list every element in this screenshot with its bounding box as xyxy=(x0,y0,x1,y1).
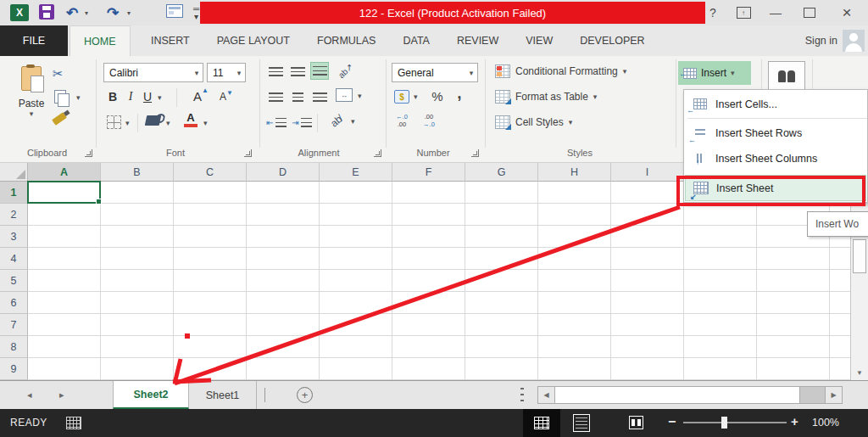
merge-center-icon[interactable]: ↔ xyxy=(336,88,353,102)
clipboard-dialog-launcher-icon[interactable] xyxy=(85,149,92,157)
cut-icon[interactable]: ✂ xyxy=(53,66,64,81)
paste-button[interactable]: Paste ▾ xyxy=(12,63,51,141)
scrollbar-grip-icon[interactable] xyxy=(520,388,524,403)
borders-icon[interactable] xyxy=(107,115,121,129)
column-header-f[interactable]: F xyxy=(392,163,465,182)
bottom-align-button[interactable] xyxy=(310,62,329,80)
font-size-combo[interactable]: 11 ▾ xyxy=(207,63,246,82)
tab-developer[interactable]: DEVELOPER xyxy=(566,25,658,56)
italic-button[interactable]: I xyxy=(124,88,137,105)
menu-item-insert-sheet-columns[interactable]: ↑ Insert Sheet Columns xyxy=(685,146,866,171)
grid-cells[interactable] xyxy=(28,182,850,380)
percent-style-button[interactable]: % xyxy=(429,87,446,104)
column-header-i[interactable]: I xyxy=(611,163,684,182)
copy-dropdown-icon[interactable]: ▾ xyxy=(76,93,81,102)
column-header-e[interactable]: E xyxy=(320,163,392,182)
tab-formulas[interactable]: FORMULAS xyxy=(303,25,389,56)
find-select-button[interactable] xyxy=(768,61,805,92)
menu-item-insert-sheet[interactable]: ↙ Insert Sheet xyxy=(685,175,866,201)
tab-page-layout[interactable]: PAGE LAYOUT xyxy=(203,25,303,56)
tab-home[interactable]: HOME xyxy=(70,25,131,57)
sheet-tab-sheet2[interactable]: Sheet2 xyxy=(113,381,189,409)
accounting-dropdown-icon[interactable]: ▾ xyxy=(414,92,418,101)
maximize-icon[interactable] xyxy=(798,3,821,23)
close-icon[interactable]: × xyxy=(836,3,858,23)
borders-dropdown-icon[interactable]: ▾ xyxy=(125,119,130,127)
format-painter-icon[interactable] xyxy=(52,112,67,126)
font-name-dropdown-icon[interactable]: ▾ xyxy=(191,69,203,77)
column-header-a[interactable]: A xyxy=(28,163,101,182)
decrease-indent-button[interactable]: ⇤ xyxy=(266,114,287,131)
tab-view[interactable]: VIEW xyxy=(512,25,566,56)
macro-record-icon[interactable] xyxy=(66,417,81,429)
touch-mode-icon[interactable] xyxy=(166,4,183,18)
column-header-b[interactable]: B xyxy=(101,163,174,182)
orientation-button[interactable]: ab↗ xyxy=(336,61,356,80)
menu-item-insert-cells[interactable]: ← Insert Cells... xyxy=(685,92,866,116)
save-icon[interactable] xyxy=(39,4,54,20)
scroll-down-icon[interactable]: ▼ xyxy=(853,366,866,379)
zoom-in-button[interactable]: + xyxy=(791,414,798,429)
align-center-button[interactable] xyxy=(288,88,307,105)
tab-data[interactable]: DATA xyxy=(389,25,442,56)
number-format-combo[interactable]: General ▾ xyxy=(392,63,478,82)
row-header-2[interactable]: 2 xyxy=(0,204,28,226)
sheet-nav-left-icon[interactable]: ◂ xyxy=(27,389,32,401)
wrap-text-button[interactable]: ab̸ xyxy=(326,112,348,131)
middle-align-button[interactable] xyxy=(288,63,307,80)
format-as-table-button[interactable]: Format as Table ▾ xyxy=(495,90,597,104)
font-color-button[interactable]: A xyxy=(183,112,198,127)
font-color-dropdown-icon[interactable]: ▾ xyxy=(203,119,208,127)
underline-dropdown-icon[interactable]: ▾ xyxy=(158,93,162,102)
number-format-dropdown-icon[interactable]: ▾ xyxy=(465,69,477,77)
select-all-corner[interactable] xyxy=(0,163,28,182)
customize-qat-icon[interactable]: ═▾ xyxy=(193,4,199,21)
page-layout-view-button[interactable] xyxy=(573,414,590,431)
row-header-8[interactable]: 8 xyxy=(0,336,28,358)
column-header-h[interactable]: H xyxy=(538,163,611,182)
row-header-4[interactable]: 4 xyxy=(0,248,28,270)
row-header-5[interactable]: 5 xyxy=(0,270,28,292)
align-left-button[interactable] xyxy=(266,88,285,105)
zoom-out-button[interactable]: − xyxy=(668,414,676,429)
undo-dropdown-icon[interactable]: ▾ xyxy=(85,4,88,21)
tab-file[interactable]: FILE xyxy=(0,25,68,56)
row-header-7[interactable]: 7 xyxy=(0,314,28,336)
increase-decimal-button[interactable]: ←.0.00 xyxy=(392,113,412,128)
tab-review[interactable]: REVIEW xyxy=(443,25,512,56)
scroll-right-icon[interactable]: ▶ xyxy=(825,387,842,403)
alignment-dialog-launcher-icon[interactable] xyxy=(374,149,381,157)
row-header-1[interactable]: 1 xyxy=(0,182,28,204)
merge-center-dropdown-icon[interactable]: ▾ xyxy=(358,92,362,100)
redo-icon[interactable]: ↷ xyxy=(107,4,119,21)
font-name-combo[interactable]: Calibri ▾ xyxy=(103,63,203,82)
copy-icon[interactable] xyxy=(54,90,66,104)
zoom-slider-track[interactable] xyxy=(683,422,787,423)
cell-styles-button[interactable]: Cell Styles ▾ xyxy=(495,115,572,129)
wrap-text-dropdown-icon[interactable]: ▾ xyxy=(351,117,355,126)
menu-item-insert-sheet-rows[interactable]: ← Insert Sheet Rows xyxy=(685,120,866,145)
top-align-button[interactable] xyxy=(266,63,285,80)
font-size-dropdown-icon[interactable]: ▾ xyxy=(233,69,245,77)
increase-indent-button[interactable]: ⇥ xyxy=(292,114,312,131)
underline-button[interactable]: U xyxy=(141,88,154,105)
selected-cell-a1[interactable] xyxy=(27,181,101,204)
ribbon-display-icon[interactable]: ↑ xyxy=(732,3,754,23)
sign-in-link[interactable]: Sign in xyxy=(805,25,837,56)
horizontal-scrollbar[interactable]: ◀ ▶ xyxy=(537,386,843,404)
avatar[interactable] xyxy=(843,30,865,52)
row-header-3[interactable]: 3 xyxy=(0,226,28,248)
horizontal-scroll-thumb[interactable] xyxy=(555,387,800,403)
undo-icon[interactable]: ↶ xyxy=(66,4,78,21)
grow-font-button[interactable]: A▲ xyxy=(192,87,210,105)
accounting-format-button[interactable]: $ xyxy=(393,88,410,105)
align-right-button[interactable] xyxy=(310,88,329,105)
sheet-tab-sheet1[interactable]: Sheet1 xyxy=(189,381,257,409)
scroll-left-icon[interactable]: ◀ xyxy=(538,387,555,403)
fill-color-icon[interactable] xyxy=(145,115,162,126)
column-header-g[interactable]: G xyxy=(465,163,538,182)
column-header-c[interactable]: C xyxy=(174,163,247,182)
zoom-level[interactable]: 100% xyxy=(812,417,839,429)
help-icon[interactable]: ? xyxy=(702,3,724,23)
vertical-scroll-thumb[interactable] xyxy=(853,239,866,273)
